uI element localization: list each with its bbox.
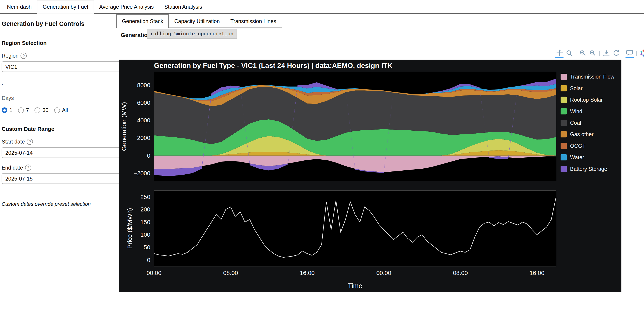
legend-item-transmission-flow[interactable]: Transmission Flow xyxy=(560,74,614,80)
legend-item-ocgt[interactable]: OCGT xyxy=(560,143,614,149)
legend-label: OCGT xyxy=(570,143,586,149)
tab-station-analysis[interactable]: Station Analysis xyxy=(159,1,208,13)
time-axis-title: Time xyxy=(348,282,362,289)
chart-title: Generation by Fuel Type - VIC1 (Last 24 … xyxy=(154,62,392,70)
svg-text:00:00: 00:00 xyxy=(147,269,162,276)
legend-label: Transmission Flow xyxy=(570,74,614,80)
start-date-input[interactable] xyxy=(2,147,135,158)
sidebar-title: Generation by Fuel Controls xyxy=(2,20,130,27)
help-icon[interactable]: ? xyxy=(21,53,27,59)
legend-swatch xyxy=(560,120,567,126)
legend-swatch xyxy=(560,97,567,103)
end-date-input[interactable] xyxy=(2,173,135,184)
app-root: Nem-dashGeneration by FuelAverage Price … xyxy=(0,0,644,312)
svg-text:16:00: 16:00 xyxy=(300,269,314,276)
svg-text:250: 250 xyxy=(140,194,150,200)
top-tab-bar: Nem-dashGeneration by FuelAverage Price … xyxy=(0,0,644,14)
tab-nem-dash[interactable]: Nem-dash xyxy=(2,1,37,13)
svg-text:16:00: 16:00 xyxy=(530,269,544,276)
svg-text:08:00: 08:00 xyxy=(453,269,468,276)
sidebar: Generation by Fuel Controls Region Selec… xyxy=(0,14,132,207)
modebar-separator: | xyxy=(575,50,577,56)
radio-icon[interactable] xyxy=(54,107,60,113)
chart-legend: Transmission FlowSolarRooftop SolarWindC… xyxy=(560,74,614,172)
region-selection-title: Region Selection xyxy=(2,40,130,46)
generation-axis-title: Generation (MW) xyxy=(120,102,128,151)
zoom-in-icon[interactable] xyxy=(579,49,587,58)
legend-item-gas-other[interactable]: Gas other xyxy=(560,131,614,137)
days-radio-1[interactable]: 1 xyxy=(2,107,12,113)
legend-item-rooftop-solar[interactable]: Rooftop Solar xyxy=(560,97,614,103)
radio-label: 30 xyxy=(42,107,48,113)
plotly-modebar: | | | | xyxy=(555,48,644,58)
tab-generation-by-fuel[interactable]: Generation by Fuel xyxy=(37,0,94,14)
legend-swatch xyxy=(560,131,567,137)
days-radio-group: 1730All xyxy=(2,107,130,113)
content-tab-capacity-utilization[interactable]: Capacity Utilization xyxy=(169,15,225,28)
legend-swatch xyxy=(560,108,567,114)
region-input[interactable] xyxy=(2,61,135,72)
legend-label: Rooftop Solar xyxy=(570,97,603,103)
help-icon[interactable]: ? xyxy=(25,165,31,171)
svg-text:08:00: 08:00 xyxy=(223,269,238,276)
legend-item-coal[interactable]: Coal xyxy=(560,120,614,126)
svg-text:2000: 2000 xyxy=(137,134,150,141)
legend-label: Battery Storage xyxy=(570,166,607,172)
custom-dates-note: Custom dates override preset selection xyxy=(2,201,130,207)
radio-icon[interactable] xyxy=(35,107,40,113)
legend-label: Wind xyxy=(570,108,582,114)
radio-icon[interactable] xyxy=(18,107,24,113)
svg-text:200: 200 xyxy=(140,206,150,213)
legend-item-battery-storage[interactable]: Battery Storage xyxy=(560,166,614,172)
svg-text:50: 50 xyxy=(144,244,150,251)
legend-item-solar[interactable]: Solar xyxy=(560,85,614,91)
legend-item-wind[interactable]: Wind xyxy=(560,108,614,114)
legend-swatch xyxy=(560,85,567,91)
days-label: Days xyxy=(2,95,130,101)
legend-label: Coal xyxy=(570,120,581,126)
legend-item-water[interactable]: Water xyxy=(560,154,614,161)
region-label: Region xyxy=(2,53,18,59)
svg-text:00:00: 00:00 xyxy=(376,269,391,276)
days-radio-all[interactable]: All xyxy=(54,107,68,113)
help-icon[interactable]: ? xyxy=(27,139,33,145)
svg-text:6000: 6000 xyxy=(137,99,150,106)
days-radio-30[interactable]: 30 xyxy=(35,107,48,113)
radio-icon[interactable] xyxy=(2,107,8,113)
tab-average-price-analysis[interactable]: Average Price Analysis xyxy=(94,1,159,13)
hover-icon[interactable] xyxy=(626,48,634,58)
zoom-out-icon[interactable] xyxy=(589,49,597,58)
price-plot-area xyxy=(154,191,556,266)
days-radio-7[interactable]: 7 xyxy=(18,107,29,113)
legend-label: Gas other xyxy=(570,131,594,137)
svg-text:8000: 8000 xyxy=(137,82,150,88)
tooltip: rolling-5minute-opgeneration xyxy=(147,29,237,39)
plotly-logo-icon[interactable] xyxy=(639,49,644,58)
svg-text:−2000: −2000 xyxy=(134,170,150,177)
modebar-separator: | xyxy=(598,50,600,56)
content-tab-generation-stack[interactable]: Generation Stack xyxy=(116,14,169,28)
radio-label: All xyxy=(62,107,68,113)
pan-icon[interactable] xyxy=(555,48,564,58)
modebar-separator: | xyxy=(636,50,638,56)
legend-label: Solar xyxy=(570,85,582,91)
legend-swatch xyxy=(560,143,567,149)
svg-text:0: 0 xyxy=(147,257,150,263)
reset-axes-icon[interactable] xyxy=(612,49,620,58)
box-zoom-icon[interactable] xyxy=(565,49,574,58)
download-icon[interactable] xyxy=(602,49,610,58)
charts-svg[interactable]: 80006000400020000−200025020015010050000:… xyxy=(119,60,622,292)
content-tab-transmission-lines[interactable]: Transmission Lines xyxy=(225,15,282,28)
svg-text:0: 0 xyxy=(147,152,150,159)
modebar-separator: | xyxy=(622,50,624,56)
content-tab-bar: Generation StackCapacity UtilizationTran… xyxy=(116,14,282,28)
legend-swatch xyxy=(560,74,567,80)
svg-text:100: 100 xyxy=(140,231,150,238)
radio-label: 1 xyxy=(10,107,12,113)
legend-swatch xyxy=(560,166,567,172)
chart-panel: Generation by Fuel Type - VIC1 (Last 24 … xyxy=(119,60,622,292)
end-date-label: End date xyxy=(2,165,23,171)
radio-label: 7 xyxy=(26,107,29,113)
svg-text:150: 150 xyxy=(140,219,150,225)
price-axis-title: Price ($/MWh) xyxy=(126,208,133,249)
